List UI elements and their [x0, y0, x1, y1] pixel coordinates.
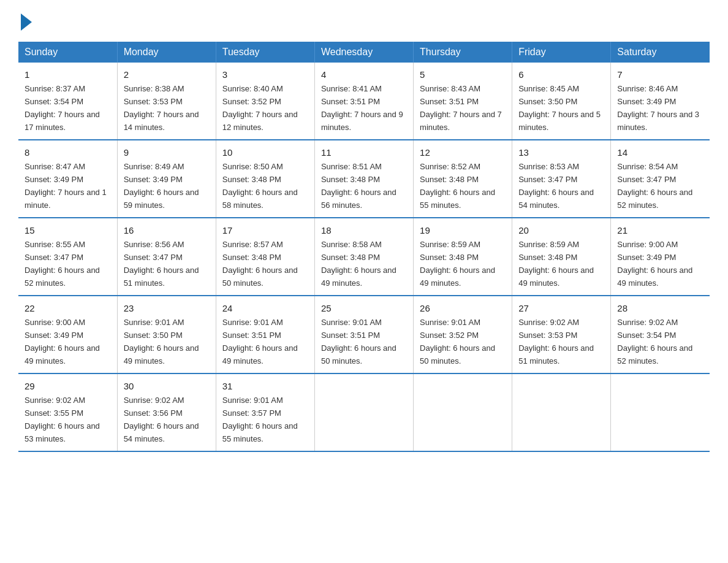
calendar-cell: 17Sunrise: 8:57 AMSunset: 3:48 PMDayligh… — [216, 218, 314, 296]
week-row-4: 22Sunrise: 9:00 AMSunset: 3:49 PMDayligh… — [18, 296, 710, 373]
calendar-cell — [414, 373, 512, 451]
calendar-cell: 22Sunrise: 9:00 AMSunset: 3:49 PMDayligh… — [18, 296, 117, 373]
calendar-cell: 4Sunrise: 8:41 AMSunset: 3:51 PMDaylight… — [314, 63, 413, 140]
calendar-cell: 24Sunrise: 9:01 AMSunset: 3:51 PMDayligh… — [216, 296, 314, 373]
calendar-cell: 11Sunrise: 8:51 AMSunset: 3:48 PMDayligh… — [314, 140, 413, 218]
day-number: 31 — [222, 379, 308, 393]
day-info: Sunrise: 9:02 AMSunset: 3:54 PMDaylight:… — [617, 318, 692, 366]
calendar-cell: 23Sunrise: 9:01 AMSunset: 3:50 PMDayligh… — [117, 296, 216, 373]
day-number: 11 — [321, 145, 407, 159]
day-info: Sunrise: 8:49 AMSunset: 3:49 PMDaylight:… — [124, 162, 199, 210]
day-info: Sunrise: 9:01 AMSunset: 3:57 PMDaylight:… — [222, 396, 298, 443]
header-monday: Monday — [117, 42, 216, 63]
calendar-cell: 1Sunrise: 8:37 AMSunset: 3:54 PMDaylight… — [18, 63, 117, 140]
day-info: Sunrise: 9:02 AMSunset: 3:53 PMDaylight:… — [518, 318, 594, 366]
header-friday: Friday — [512, 42, 611, 63]
calendar-cell: 29Sunrise: 9:02 AMSunset: 3:55 PMDayligh… — [18, 373, 117, 451]
day-info: Sunrise: 9:01 AMSunset: 3:52 PMDaylight:… — [420, 318, 495, 366]
day-info: Sunrise: 8:53 AMSunset: 3:47 PMDaylight:… — [518, 162, 594, 210]
day-number: 29 — [25, 379, 111, 393]
day-info: Sunrise: 8:55 AMSunset: 3:47 PMDaylight:… — [25, 240, 100, 288]
day-info: Sunrise: 9:00 AMSunset: 3:49 PMDaylight:… — [25, 318, 100, 366]
day-info: Sunrise: 9:01 AMSunset: 3:51 PMDaylight:… — [321, 318, 396, 366]
day-info: Sunrise: 8:57 AMSunset: 3:48 PMDaylight:… — [222, 240, 298, 288]
calendar-cell: 6Sunrise: 8:45 AMSunset: 3:50 PMDaylight… — [512, 63, 611, 140]
day-info: Sunrise: 9:02 AMSunset: 3:55 PMDaylight:… — [25, 396, 100, 443]
day-info: Sunrise: 9:01 AMSunset: 3:50 PMDaylight:… — [124, 318, 199, 366]
week-row-3: 15Sunrise: 8:55 AMSunset: 3:47 PMDayligh… — [18, 218, 710, 296]
calendar-cell: 31Sunrise: 9:01 AMSunset: 3:57 PMDayligh… — [216, 373, 314, 451]
calendar-cell: 13Sunrise: 8:53 AMSunset: 3:47 PMDayligh… — [512, 140, 611, 218]
day-number: 13 — [518, 145, 604, 159]
day-info: Sunrise: 8:56 AMSunset: 3:47 PMDaylight:… — [124, 240, 199, 288]
calendar-cell — [512, 373, 611, 451]
day-number: 21 — [617, 223, 703, 237]
day-info: Sunrise: 8:46 AMSunset: 3:49 PMDaylight:… — [617, 84, 699, 132]
calendar-cell: 21Sunrise: 9:00 AMSunset: 3:49 PMDayligh… — [611, 218, 710, 296]
header-saturday: Saturday — [611, 42, 710, 63]
calendar-cell: 27Sunrise: 9:02 AMSunset: 3:53 PMDayligh… — [512, 296, 611, 373]
day-info: Sunrise: 8:50 AMSunset: 3:48 PMDaylight:… — [222, 162, 298, 210]
day-info: Sunrise: 8:59 AMSunset: 3:48 PMDaylight:… — [518, 240, 594, 288]
calendar-cell: 5Sunrise: 8:43 AMSunset: 3:51 PMDaylight… — [414, 63, 512, 140]
day-number: 2 — [124, 67, 210, 82]
day-number: 28 — [617, 301, 703, 315]
day-number: 26 — [420, 301, 506, 315]
day-info: Sunrise: 8:47 AMSunset: 3:49 PMDaylight:… — [25, 162, 107, 210]
header-row: Sunday Monday Tuesday Wednesday Thursday… — [18, 42, 710, 63]
week-row-1: 1Sunrise: 8:37 AMSunset: 3:54 PMDaylight… — [18, 63, 710, 140]
day-number: 20 — [518, 223, 604, 237]
day-number: 16 — [124, 223, 210, 237]
week-row-2: 8Sunrise: 8:47 AMSunset: 3:49 PMDaylight… — [18, 140, 710, 218]
day-number: 10 — [222, 145, 308, 159]
header-sunday: Sunday — [18, 42, 117, 63]
day-number: 17 — [222, 223, 308, 237]
day-number: 5 — [420, 67, 506, 82]
day-number: 22 — [25, 301, 111, 315]
header-tuesday: Tuesday — [216, 42, 314, 63]
day-info: Sunrise: 8:59 AMSunset: 3:48 PMDaylight:… — [420, 240, 495, 288]
calendar-cell: 9Sunrise: 8:49 AMSunset: 3:49 PMDaylight… — [117, 140, 216, 218]
day-info: Sunrise: 8:43 AMSunset: 3:51 PMDaylight:… — [420, 84, 502, 132]
day-info: Sunrise: 8:41 AMSunset: 3:51 PMDaylight:… — [321, 84, 403, 132]
day-number: 27 — [518, 301, 604, 315]
day-number: 30 — [124, 379, 210, 393]
calendar-cell: 28Sunrise: 9:02 AMSunset: 3:54 PMDayligh… — [611, 296, 710, 373]
day-number: 14 — [617, 145, 703, 159]
day-number: 4 — [321, 67, 407, 82]
day-info: Sunrise: 8:38 AMSunset: 3:53 PMDaylight:… — [124, 84, 199, 132]
calendar-table: Sunday Monday Tuesday Wednesday Thursday… — [18, 42, 710, 452]
day-number: 8 — [25, 145, 111, 159]
calendar-cell: 26Sunrise: 9:01 AMSunset: 3:52 PMDayligh… — [414, 296, 512, 373]
calendar-cell — [611, 373, 710, 451]
day-info: Sunrise: 9:01 AMSunset: 3:51 PMDaylight:… — [222, 318, 298, 366]
week-row-5: 29Sunrise: 9:02 AMSunset: 3:55 PMDayligh… — [18, 373, 710, 451]
logo — [18, 12, 33, 31]
header-thursday: Thursday — [414, 42, 512, 63]
day-number: 25 — [321, 301, 407, 315]
calendar-cell: 12Sunrise: 8:52 AMSunset: 3:48 PMDayligh… — [414, 140, 512, 218]
calendar-cell: 20Sunrise: 8:59 AMSunset: 3:48 PMDayligh… — [512, 218, 611, 296]
day-info: Sunrise: 9:02 AMSunset: 3:56 PMDaylight:… — [124, 396, 199, 443]
day-number: 18 — [321, 223, 407, 237]
day-info: Sunrise: 9:00 AMSunset: 3:49 PMDaylight:… — [617, 240, 692, 288]
calendar-cell: 19Sunrise: 8:59 AMSunset: 3:48 PMDayligh… — [414, 218, 512, 296]
day-info: Sunrise: 8:45 AMSunset: 3:50 PMDaylight:… — [518, 84, 601, 132]
day-number: 9 — [124, 145, 210, 159]
calendar-cell — [314, 373, 413, 451]
day-info: Sunrise: 8:54 AMSunset: 3:47 PMDaylight:… — [617, 162, 692, 210]
day-info: Sunrise: 8:40 AMSunset: 3:52 PMDaylight:… — [222, 84, 298, 132]
calendar-cell: 10Sunrise: 8:50 AMSunset: 3:48 PMDayligh… — [216, 140, 314, 218]
day-number: 23 — [124, 301, 210, 315]
day-number: 6 — [518, 67, 604, 82]
page-header — [18, 12, 710, 31]
calendar-cell: 3Sunrise: 8:40 AMSunset: 3:52 PMDaylight… — [216, 63, 314, 140]
logo-arrow-icon — [21, 13, 32, 31]
day-info: Sunrise: 8:37 AMSunset: 3:54 PMDaylight:… — [25, 84, 100, 132]
header-wednesday: Wednesday — [314, 42, 413, 63]
day-number: 15 — [25, 223, 111, 237]
day-info: Sunrise: 8:58 AMSunset: 3:48 PMDaylight:… — [321, 240, 396, 288]
day-number: 7 — [617, 67, 703, 82]
calendar-cell: 16Sunrise: 8:56 AMSunset: 3:47 PMDayligh… — [117, 218, 216, 296]
calendar-cell: 2Sunrise: 8:38 AMSunset: 3:53 PMDaylight… — [117, 63, 216, 140]
